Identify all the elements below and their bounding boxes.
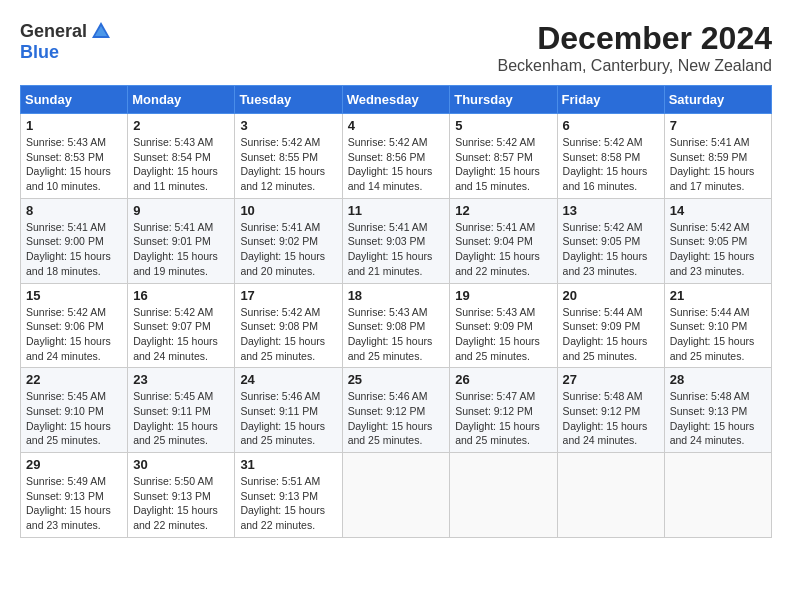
title-section: December 2024 Beckenham, Canterbury, New… [497, 20, 772, 75]
day-number: 3 [240, 118, 336, 133]
day-info: Sunrise: 5:46 AM Sunset: 9:12 PM Dayligh… [348, 389, 445, 448]
calendar-cell: 28Sunrise: 5:48 AM Sunset: 9:13 PM Dayli… [664, 368, 771, 453]
calendar-cell: 26Sunrise: 5:47 AM Sunset: 9:12 PM Dayli… [450, 368, 557, 453]
day-number: 24 [240, 372, 336, 387]
calendar-week-row: 1Sunrise: 5:43 AM Sunset: 8:53 PM Daylig… [21, 114, 772, 199]
day-number: 15 [26, 288, 122, 303]
day-number: 20 [563, 288, 659, 303]
calendar-cell: 14Sunrise: 5:42 AM Sunset: 9:05 PM Dayli… [664, 198, 771, 283]
day-info: Sunrise: 5:44 AM Sunset: 9:09 PM Dayligh… [563, 305, 659, 364]
calendar-cell: 4Sunrise: 5:42 AM Sunset: 8:56 PM Daylig… [342, 114, 450, 199]
day-info: Sunrise: 5:42 AM Sunset: 8:58 PM Dayligh… [563, 135, 659, 194]
column-header-saturday: Saturday [664, 86, 771, 114]
calendar-cell: 19Sunrise: 5:43 AM Sunset: 9:09 PM Dayli… [450, 283, 557, 368]
day-number: 4 [348, 118, 445, 133]
calendar-cell: 5Sunrise: 5:42 AM Sunset: 8:57 PM Daylig… [450, 114, 557, 199]
column-header-thursday: Thursday [450, 86, 557, 114]
day-info: Sunrise: 5:45 AM Sunset: 9:11 PM Dayligh… [133, 389, 229, 448]
location: Beckenham, Canterbury, New Zealand [497, 57, 772, 75]
day-number: 26 [455, 372, 551, 387]
calendar-cell: 8Sunrise: 5:41 AM Sunset: 9:00 PM Daylig… [21, 198, 128, 283]
day-number: 7 [670, 118, 766, 133]
logo-blue: Blue [20, 42, 59, 62]
day-number: 19 [455, 288, 551, 303]
day-info: Sunrise: 5:42 AM Sunset: 8:55 PM Dayligh… [240, 135, 336, 194]
calendar-cell: 29Sunrise: 5:49 AM Sunset: 9:13 PM Dayli… [21, 453, 128, 538]
calendar-cell: 27Sunrise: 5:48 AM Sunset: 9:12 PM Dayli… [557, 368, 664, 453]
calendar-cell [664, 453, 771, 538]
calendar-cell: 18Sunrise: 5:43 AM Sunset: 9:08 PM Dayli… [342, 283, 450, 368]
calendar-cell: 7Sunrise: 5:41 AM Sunset: 8:59 PM Daylig… [664, 114, 771, 199]
day-number: 8 [26, 203, 122, 218]
day-number: 11 [348, 203, 445, 218]
day-info: Sunrise: 5:49 AM Sunset: 9:13 PM Dayligh… [26, 474, 122, 533]
day-info: Sunrise: 5:42 AM Sunset: 9:07 PM Dayligh… [133, 305, 229, 364]
day-info: Sunrise: 5:41 AM Sunset: 9:00 PM Dayligh… [26, 220, 122, 279]
day-info: Sunrise: 5:43 AM Sunset: 9:09 PM Dayligh… [455, 305, 551, 364]
calendar-cell: 15Sunrise: 5:42 AM Sunset: 9:06 PM Dayli… [21, 283, 128, 368]
calendar-cell: 2Sunrise: 5:43 AM Sunset: 8:54 PM Daylig… [128, 114, 235, 199]
calendar-cell: 6Sunrise: 5:42 AM Sunset: 8:58 PM Daylig… [557, 114, 664, 199]
day-info: Sunrise: 5:44 AM Sunset: 9:10 PM Dayligh… [670, 305, 766, 364]
calendar-cell: 12Sunrise: 5:41 AM Sunset: 9:04 PM Dayli… [450, 198, 557, 283]
day-number: 6 [563, 118, 659, 133]
day-info: Sunrise: 5:48 AM Sunset: 9:13 PM Dayligh… [670, 389, 766, 448]
calendar-cell: 11Sunrise: 5:41 AM Sunset: 9:03 PM Dayli… [342, 198, 450, 283]
day-info: Sunrise: 5:41 AM Sunset: 9:01 PM Dayligh… [133, 220, 229, 279]
logo-general: General [20, 21, 87, 42]
day-number: 21 [670, 288, 766, 303]
calendar-cell: 13Sunrise: 5:42 AM Sunset: 9:05 PM Dayli… [557, 198, 664, 283]
day-number: 23 [133, 372, 229, 387]
calendar-week-row: 29Sunrise: 5:49 AM Sunset: 9:13 PM Dayli… [21, 453, 772, 538]
calendar-week-row: 8Sunrise: 5:41 AM Sunset: 9:00 PM Daylig… [21, 198, 772, 283]
day-info: Sunrise: 5:42 AM Sunset: 8:56 PM Dayligh… [348, 135, 445, 194]
day-info: Sunrise: 5:42 AM Sunset: 9:08 PM Dayligh… [240, 305, 336, 364]
calendar-cell: 23Sunrise: 5:45 AM Sunset: 9:11 PM Dayli… [128, 368, 235, 453]
day-number: 28 [670, 372, 766, 387]
day-number: 17 [240, 288, 336, 303]
page-header: General Blue December 2024 Beckenham, Ca… [20, 20, 772, 75]
calendar-cell: 21Sunrise: 5:44 AM Sunset: 9:10 PM Dayli… [664, 283, 771, 368]
day-number: 1 [26, 118, 122, 133]
day-number: 30 [133, 457, 229, 472]
day-info: Sunrise: 5:50 AM Sunset: 9:13 PM Dayligh… [133, 474, 229, 533]
day-info: Sunrise: 5:47 AM Sunset: 9:12 PM Dayligh… [455, 389, 551, 448]
day-info: Sunrise: 5:41 AM Sunset: 8:59 PM Dayligh… [670, 135, 766, 194]
calendar-cell: 24Sunrise: 5:46 AM Sunset: 9:11 PM Dayli… [235, 368, 342, 453]
logo: General Blue [20, 20, 113, 63]
day-number: 27 [563, 372, 659, 387]
month-title: December 2024 [497, 20, 772, 57]
column-header-friday: Friday [557, 86, 664, 114]
calendar-cell: 22Sunrise: 5:45 AM Sunset: 9:10 PM Dayli… [21, 368, 128, 453]
calendar-cell: 17Sunrise: 5:42 AM Sunset: 9:08 PM Dayli… [235, 283, 342, 368]
calendar-cell [342, 453, 450, 538]
day-info: Sunrise: 5:42 AM Sunset: 8:57 PM Dayligh… [455, 135, 551, 194]
day-info: Sunrise: 5:43 AM Sunset: 8:54 PM Dayligh… [133, 135, 229, 194]
calendar-cell: 20Sunrise: 5:44 AM Sunset: 9:09 PM Dayli… [557, 283, 664, 368]
day-info: Sunrise: 5:43 AM Sunset: 8:53 PM Dayligh… [26, 135, 122, 194]
day-number: 25 [348, 372, 445, 387]
day-info: Sunrise: 5:41 AM Sunset: 9:03 PM Dayligh… [348, 220, 445, 279]
calendar-cell: 9Sunrise: 5:41 AM Sunset: 9:01 PM Daylig… [128, 198, 235, 283]
day-number: 13 [563, 203, 659, 218]
logo-icon [90, 20, 112, 42]
calendar-table: SundayMondayTuesdayWednesdayThursdayFrid… [20, 85, 772, 538]
calendar-cell [450, 453, 557, 538]
calendar-cell: 10Sunrise: 5:41 AM Sunset: 9:02 PM Dayli… [235, 198, 342, 283]
day-number: 14 [670, 203, 766, 218]
day-info: Sunrise: 5:42 AM Sunset: 9:05 PM Dayligh… [563, 220, 659, 279]
calendar-cell: 3Sunrise: 5:42 AM Sunset: 8:55 PM Daylig… [235, 114, 342, 199]
day-info: Sunrise: 5:41 AM Sunset: 9:04 PM Dayligh… [455, 220, 551, 279]
day-info: Sunrise: 5:42 AM Sunset: 9:05 PM Dayligh… [670, 220, 766, 279]
column-header-monday: Monday [128, 86, 235, 114]
calendar-week-row: 22Sunrise: 5:45 AM Sunset: 9:10 PM Dayli… [21, 368, 772, 453]
day-number: 12 [455, 203, 551, 218]
day-number: 16 [133, 288, 229, 303]
calendar-cell: 16Sunrise: 5:42 AM Sunset: 9:07 PM Dayli… [128, 283, 235, 368]
day-number: 31 [240, 457, 336, 472]
column-header-tuesday: Tuesday [235, 86, 342, 114]
day-info: Sunrise: 5:46 AM Sunset: 9:11 PM Dayligh… [240, 389, 336, 448]
calendar-week-row: 15Sunrise: 5:42 AM Sunset: 9:06 PM Dayli… [21, 283, 772, 368]
calendar-cell: 1Sunrise: 5:43 AM Sunset: 8:53 PM Daylig… [21, 114, 128, 199]
calendar-cell [557, 453, 664, 538]
